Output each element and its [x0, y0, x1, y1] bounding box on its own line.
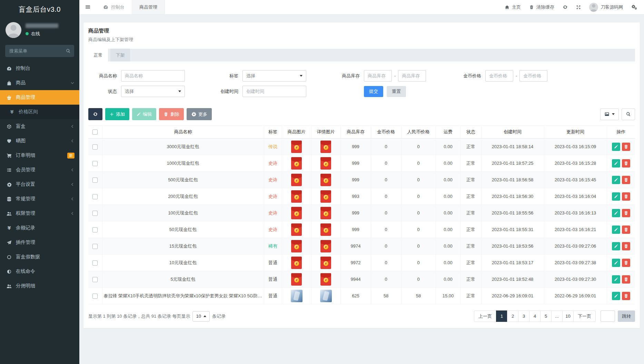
submit-button[interactable]: 提交 — [364, 86, 383, 97]
row-checkbox[interactable] — [92, 227, 98, 232]
sidebar-item-commission[interactable]: 分佣明细 — [0, 279, 79, 293]
row-edit-button[interactable] — [612, 292, 620, 300]
settings-gears-icon[interactable] — [631, 4, 637, 10]
product-image-thumb[interactable]: ¥ — [291, 273, 302, 286]
row-delete-button[interactable] — [622, 159, 630, 167]
page-size-dropdown[interactable]: 10 — [192, 311, 209, 322]
page-number-button[interactable]: 5 — [540, 310, 552, 322]
row-checkbox[interactable] — [92, 260, 98, 266]
row-delete-button[interactable] — [622, 176, 630, 184]
detail-image-thumb[interactable]: ¥ — [320, 190, 331, 203]
row-delete-button[interactable] — [622, 292, 630, 300]
row-checkbox[interactable] — [92, 161, 98, 166]
gold-from-input[interactable] — [485, 70, 513, 82]
detail-image-thumb[interactable]: ¥ — [320, 273, 331, 286]
fullscreen-icon[interactable] — [576, 5, 581, 10]
next-page-button[interactable]: 下一页 — [573, 310, 596, 322]
row-delete-button[interactable] — [622, 143, 630, 151]
product-image-thumb[interactable]: ¥ — [291, 157, 302, 170]
more-button[interactable]: 更多 — [187, 108, 212, 120]
gold-to-input[interactable] — [519, 70, 547, 82]
detail-image-thumb[interactable]: ¥ — [320, 240, 331, 252]
refresh-icon[interactable] — [563, 4, 568, 10]
row-delete-button[interactable] — [622, 242, 630, 250]
sidebar-item-goods-manage[interactable]: 商品管理 — [0, 90, 79, 105]
jump-page-input[interactable] — [601, 310, 615, 322]
detail-image-thumb[interactable]: ¥ — [320, 207, 331, 219]
row-checkbox[interactable] — [92, 211, 98, 216]
detail-image-thumb[interactable]: ¥ — [320, 257, 331, 269]
row-checkbox[interactable] — [92, 277, 98, 282]
sidebar-item-general[interactable]: 常规管理 — [0, 192, 79, 206]
row-checkbox[interactable] — [92, 194, 98, 199]
row-checkbox[interactable] — [92, 178, 98, 183]
home-link[interactable]: 主页 — [505, 4, 521, 10]
product-image-thumb[interactable] — [291, 290, 303, 302]
detail-image-thumb[interactable]: ¥ — [320, 174, 331, 186]
add-button[interactable]: 添加 — [105, 108, 129, 120]
row-edit-button[interactable] — [612, 242, 620, 250]
product-image-thumb[interactable]: ¥ — [291, 257, 302, 269]
row-edit-button[interactable] — [612, 192, 620, 201]
select-all-checkbox[interactable] — [92, 130, 98, 135]
page-number-button[interactable]: 4 — [529, 310, 541, 322]
page-number-button[interactable]: 1 — [496, 310, 507, 322]
sidebar-item-balance[interactable]: ¥余额记录 — [0, 221, 79, 235]
sidebar-item-plugins[interactable]: 插件管理 — [0, 235, 79, 250]
row-delete-button[interactable] — [622, 192, 630, 201]
row-edit-button[interactable] — [612, 226, 620, 234]
sidebar-item-goods[interactable]: 商品 — [0, 76, 79, 90]
nav-tab-dashboard[interactable]: 控制台 — [96, 0, 132, 14]
sidebar-item-fake-data[interactable]: 盲盒假数据 — [0, 250, 79, 264]
row-checkbox[interactable] — [92, 144, 98, 150]
row-edit-button[interactable] — [612, 143, 620, 151]
created-time-input[interactable] — [242, 86, 306, 97]
sidebar-item-permissions[interactable]: 权限管理 — [0, 206, 79, 221]
row-delete-button[interactable] — [622, 275, 630, 284]
nav-tab-goods-manage[interactable]: 商品管理 — [132, 0, 165, 14]
product-image-thumb[interactable]: ¥ — [291, 190, 302, 203]
sidebar-item-orders[interactable]: 订单明细新 — [0, 148, 79, 163]
detail-image-thumb[interactable]: ¥ — [320, 157, 331, 170]
clear-cache-link[interactable]: 清除缓存 — [529, 4, 554, 10]
page-number-button[interactable]: 2 — [507, 310, 518, 322]
search-toggle-button[interactable] — [622, 108, 635, 120]
product-image-thumb[interactable]: ¥ — [291, 141, 302, 153]
export-button[interactable] — [600, 108, 619, 120]
row-edit-button[interactable] — [612, 159, 620, 167]
tab-offshelf[interactable]: 下架 — [110, 49, 130, 61]
row-delete-button[interactable] — [622, 209, 630, 217]
row-edit-button[interactable] — [612, 176, 620, 184]
sidebar-item-price-range[interactable]: ¥价格区间 — [0, 105, 79, 119]
user-menu[interactable]: 刀客源码网 — [589, 3, 623, 12]
sidebar-item-dashboard[interactable]: 控制台 — [0, 61, 79, 76]
search-icon[interactable] — [66, 48, 71, 54]
row-edit-button[interactable] — [612, 259, 620, 267]
detail-image-thumb[interactable] — [320, 290, 332, 302]
row-edit-button[interactable] — [612, 209, 620, 217]
refresh-button[interactable] — [88, 108, 102, 120]
sidebar-item-members[interactable]: 会员管理 — [0, 163, 79, 177]
delete-button[interactable]: 删除 — [159, 108, 184, 120]
product-image-thumb[interactable]: ¥ — [291, 223, 302, 236]
stock-from-input[interactable] — [364, 70, 392, 82]
tag-select[interactable]: 选择 — [242, 70, 306, 82]
sidebar-item-online-cmd[interactable]: 在线命令 — [0, 264, 79, 279]
sidebar-item-blindbox[interactable]: 盲盒 — [0, 119, 79, 134]
product-image-thumb[interactable]: ¥ — [291, 207, 302, 219]
detail-image-thumb[interactable]: ¥ — [320, 223, 331, 236]
product-name-input[interactable] — [121, 70, 185, 82]
row-checkbox[interactable] — [92, 294, 98, 299]
row-delete-button[interactable] — [622, 259, 630, 267]
row-delete-button[interactable] — [622, 226, 630, 234]
prev-page-button[interactable]: 上一页 — [474, 310, 496, 322]
product-image-thumb[interactable]: ¥ — [291, 174, 302, 186]
sidebar-search-input[interactable] — [5, 45, 74, 57]
edit-button[interactable]: 编辑 — [132, 108, 156, 120]
detail-image-thumb[interactable]: ¥ — [320, 141, 331, 153]
row-edit-button[interactable] — [612, 275, 620, 284]
sidebar-item-platform[interactable]: 平台设置 — [0, 177, 79, 192]
jump-button[interactable]: 跳转 — [618, 310, 635, 322]
stock-to-input[interactable] — [398, 70, 426, 82]
status-select[interactable]: 选择 — [121, 86, 185, 97]
